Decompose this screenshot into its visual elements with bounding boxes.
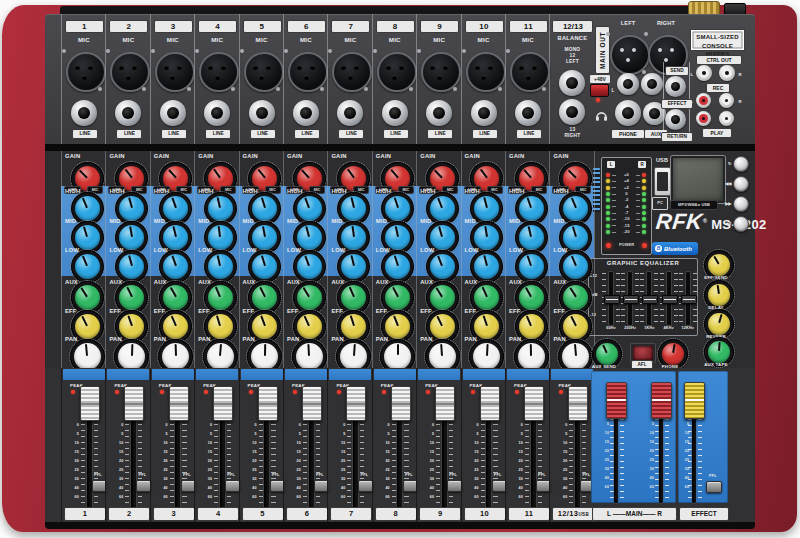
fader-scale-label: 5 bbox=[153, 432, 168, 436]
brand-reg-mark: ® bbox=[703, 218, 707, 224]
geq-band-slider[interactable] bbox=[662, 295, 678, 304]
main-fader-scale-label: 15 bbox=[642, 440, 654, 444]
peak-led bbox=[559, 390, 563, 394]
pfl-label: PFL bbox=[224, 473, 238, 477]
low-knob[interactable] bbox=[382, 251, 413, 282]
meter-tick bbox=[636, 225, 640, 226]
xlr-hole bbox=[443, 65, 448, 70]
low-knob[interactable] bbox=[160, 251, 191, 282]
fader-scale-label: 25 bbox=[197, 468, 212, 472]
strip-number-text: 11 bbox=[525, 509, 534, 518]
channel-fader[interactable] bbox=[391, 386, 411, 421]
pfl-label: PFL bbox=[91, 473, 105, 477]
pfl-label: PFL bbox=[535, 473, 549, 477]
balance-top-jack-label: MONO 12 LEFT bbox=[550, 47, 594, 65]
balance-right-jack bbox=[559, 99, 585, 125]
low-knob[interactable] bbox=[516, 251, 547, 282]
previous-button[interactable] bbox=[733, 176, 749, 192]
fader-strip-label: 5 bbox=[242, 507, 284, 521]
effect-fader[interactable] bbox=[684, 382, 705, 419]
fader-strip-label: 12/13USB bbox=[552, 507, 594, 521]
strip-color-bar bbox=[374, 369, 416, 380]
input-jack-panel: 12/13 BALANCE MONO 12 LEFT 13 RIGHT MAIN… bbox=[45, 14, 755, 144]
strip-number-text: 8 bbox=[394, 509, 399, 518]
line-label: LINE bbox=[472, 129, 498, 139]
low-knob[interactable] bbox=[294, 251, 325, 282]
main-fader-scale-label: 20 bbox=[642, 449, 654, 453]
low-knob[interactable] bbox=[427, 251, 458, 282]
pfl-button[interactable] bbox=[706, 481, 722, 493]
repeat-button[interactable] bbox=[733, 156, 749, 172]
geq-band-slider[interactable] bbox=[623, 295, 639, 304]
main-right-fader[interactable] bbox=[651, 382, 672, 419]
channel-fader[interactable] bbox=[435, 386, 455, 421]
power-led-right bbox=[642, 243, 647, 248]
peak-led bbox=[293, 390, 297, 394]
channel-fader[interactable] bbox=[346, 386, 366, 421]
play-left-rca bbox=[696, 111, 711, 126]
low-knob[interactable] bbox=[72, 251, 103, 282]
gain-knob-label: GAIN bbox=[154, 153, 184, 159]
channel-fader[interactable] bbox=[169, 386, 189, 421]
main-fader-scale-label: 5 bbox=[642, 422, 654, 426]
headphone-icon bbox=[595, 109, 608, 122]
phone-output-jack bbox=[615, 100, 641, 126]
channel-fader[interactable] bbox=[258, 386, 278, 421]
channel-fader[interactable] bbox=[213, 386, 233, 421]
line-jack bbox=[115, 100, 141, 126]
fader-scale-label: 5 bbox=[286, 432, 301, 436]
strip-color-bar bbox=[507, 369, 549, 380]
line-jack bbox=[160, 100, 186, 126]
low-knob[interactable] bbox=[560, 251, 591, 282]
channel-fader[interactable] bbox=[80, 386, 100, 421]
xlr-hole bbox=[354, 65, 359, 70]
fader-scale-label: 20 bbox=[375, 459, 390, 463]
fader-scale-label: 60 bbox=[375, 495, 390, 499]
channel-fader[interactable] bbox=[124, 386, 144, 421]
low-knob[interactable] bbox=[471, 251, 502, 282]
gain-knob-label: GAIN bbox=[509, 153, 539, 159]
channel-fader-strip: PEAK0510152025304060PFL3 bbox=[150, 368, 195, 522]
low-knob[interactable] bbox=[249, 251, 280, 282]
xlr-hole bbox=[386, 65, 391, 70]
channel-fader[interactable] bbox=[302, 386, 322, 421]
low-knob[interactable] bbox=[116, 251, 147, 282]
fader-scale-label: 15 bbox=[108, 450, 123, 454]
fader-scale-label: 60 bbox=[197, 495, 212, 499]
fader-scale-label: 40 bbox=[419, 486, 434, 490]
channel-fader[interactable] bbox=[524, 386, 544, 421]
usb-port[interactable] bbox=[654, 167, 671, 196]
channel-fader[interactable] bbox=[480, 386, 500, 421]
peak-led bbox=[337, 390, 341, 394]
strip-number-text: 12/13 bbox=[558, 509, 579, 518]
bluetooth-label: Bluetooth bbox=[664, 246, 692, 252]
rec-right-rca bbox=[719, 93, 734, 108]
knob-panel: L R +6+4+20-2-4-7-10-15-20POWER USB PC M… bbox=[45, 151, 755, 368]
play-pause-button[interactable] bbox=[733, 216, 749, 232]
geq-band-slider[interactable] bbox=[604, 295, 620, 304]
pfl-label: PFL bbox=[706, 474, 720, 478]
fader-strip-label: 7 bbox=[330, 507, 372, 521]
geq-band-slider[interactable] bbox=[681, 295, 697, 304]
phantom-power-led bbox=[596, 98, 600, 102]
fader-scale-label: 0 bbox=[64, 423, 79, 427]
fader-scale-label: 30 bbox=[508, 477, 523, 481]
fader-scale-label: 20 bbox=[286, 459, 301, 463]
play-right-rca bbox=[719, 111, 734, 126]
channel-fader-strip: PEAK0510152025304060PFL10 bbox=[461, 368, 506, 522]
low-knob[interactable] bbox=[338, 251, 369, 282]
fader-scale-label: 10 bbox=[286, 441, 301, 445]
main-left-fader[interactable] bbox=[606, 382, 627, 419]
usb-port-label: USB bbox=[653, 157, 671, 163]
low-knob[interactable] bbox=[205, 251, 236, 282]
fader-scale-label: 5 bbox=[108, 432, 123, 436]
next-button[interactable] bbox=[733, 196, 749, 212]
channel-fader[interactable] bbox=[568, 386, 588, 421]
geq-band-slider[interactable] bbox=[642, 295, 658, 304]
xlr-pin bbox=[632, 48, 636, 52]
strip-color-bar bbox=[418, 369, 460, 380]
fader-scale-label: 20 bbox=[64, 459, 79, 463]
phantom-power-switch[interactable] bbox=[590, 84, 609, 97]
gain-knob-label: GAIN bbox=[109, 153, 139, 159]
channel-number-label: 6 bbox=[287, 20, 326, 33]
